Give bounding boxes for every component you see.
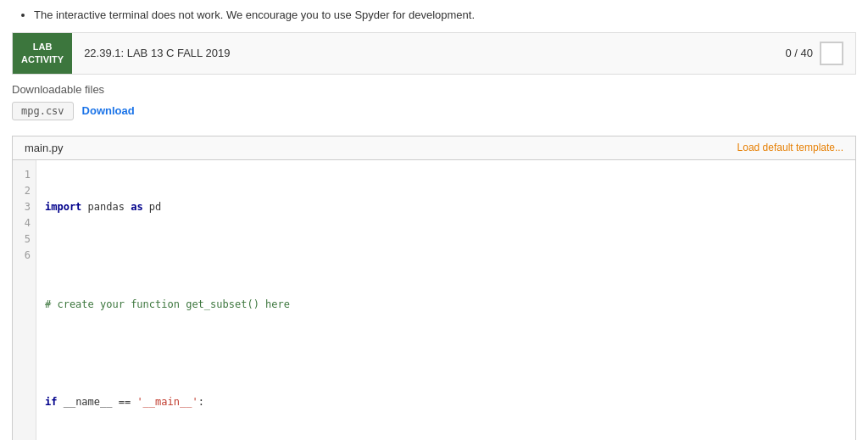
download-link[interactable]: Download	[82, 104, 135, 117]
code-line-2	[45, 248, 847, 264]
lab-label: LAB ACTIVITY	[13, 33, 72, 74]
progress-box	[820, 42, 843, 65]
code-line-3: # create your function get_subset() here	[45, 297, 847, 313]
code-line-4	[45, 346, 847, 362]
top-notice: The interactive terminal does not work. …	[0, 0, 868, 32]
lab-activity-bar: LAB ACTIVITY 22.39.1: LAB 13 C FALL 2019…	[12, 32, 856, 75]
notice-item: The interactive terminal does not work. …	[34, 7, 851, 24]
file-pill: mpg.csv	[12, 102, 74, 120]
downloadable-section: Downloadable files mpg.csv Download	[0, 75, 868, 136]
page-wrapper: The interactive terminal does not work. …	[0, 0, 868, 440]
code-editor-container: main.py Load default template... 1 2 3 4…	[12, 136, 856, 441]
downloadable-label: Downloadable files	[12, 83, 856, 96]
load-template-link[interactable]: Load default template...	[737, 142, 843, 153]
line-numbers: 1 2 3 4 5 6	[13, 160, 36, 441]
lab-progress: 0 / 40	[773, 33, 855, 74]
code-editor-header: main.py Load default template...	[13, 136, 855, 160]
file-download-row: mpg.csv Download	[12, 102, 856, 120]
lab-title: 22.39.1: LAB 13 C FALL 2019	[72, 33, 773, 74]
code-line-1: import pandas as pd	[45, 199, 847, 215]
code-filename: main.py	[25, 142, 64, 154]
code-content[interactable]: import pandas as pd # create your functi…	[36, 160, 855, 441]
code-body: 1 2 3 4 5 6 import pandas as pd # create…	[13, 160, 855, 441]
code-line-5: if __name__ == '__main__':	[45, 394, 847, 410]
